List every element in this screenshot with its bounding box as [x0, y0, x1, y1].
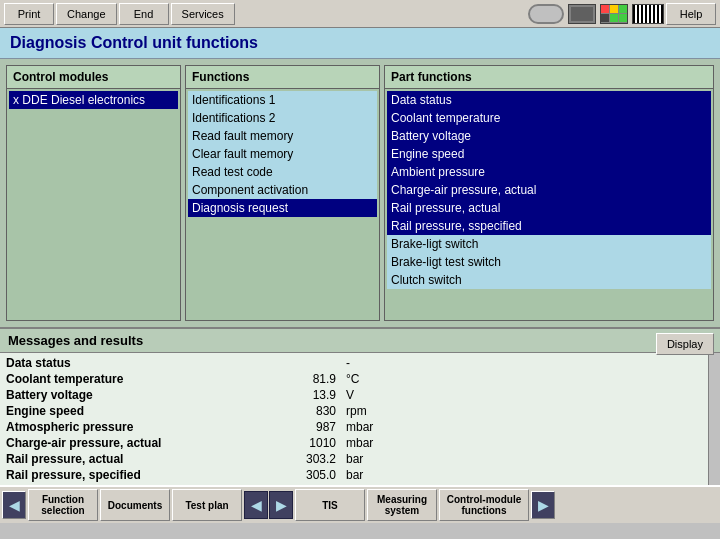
top-toolbar: Print Change End Services Help — [0, 0, 720, 28]
functions-header: Functions — [186, 66, 379, 89]
change-button[interactable]: Change — [56, 3, 117, 25]
function-item[interactable]: Clear fault memory — [188, 145, 377, 163]
messages-area: Messages and results Display Data status… — [0, 329, 720, 485]
message-row: Battery voltage13.9V — [6, 387, 702, 403]
part-function-item[interactable]: Brake-ligt switch — [387, 235, 711, 253]
scrollbar[interactable] — [708, 353, 720, 485]
message-row: Data status- — [6, 355, 702, 371]
message-row: Rail pressure, actual303.2bar — [6, 451, 702, 467]
services-button[interactable]: Services — [171, 3, 235, 25]
functions-panel: Functions Identifications 1Identificatio… — [185, 65, 380, 321]
function-item[interactable]: Read fault memory — [188, 127, 377, 145]
part-function-item[interactable]: Engine speed — [387, 145, 711, 163]
part-functions-header: Part functions — [385, 66, 713, 89]
message-row: Charge-air pressure, actual1010mbar — [6, 435, 702, 451]
help-button[interactable]: Help — [666, 3, 716, 25]
nav-pair: ◀ ▶ — [244, 491, 293, 519]
message-row: Rail pressure, specified305.0bar — [6, 467, 702, 483]
control-modules-list: x DDE Diesel electronics — [7, 89, 180, 320]
message-unit: bar — [346, 468, 426, 482]
page-title: Diagnosis Control unit functions — [10, 34, 710, 52]
message-label: Rail pressure, actual — [6, 452, 266, 466]
display-button[interactable]: Display — [656, 333, 714, 355]
functions-list: Identifications 1Identifications 2Read f… — [186, 89, 379, 320]
part-functions-panel: Part functions Data statusCoolant temper… — [384, 65, 714, 321]
prev-arrow-button[interactable]: ◀ — [244, 491, 268, 519]
messages-header: Messages and results Display — [0, 329, 720, 353]
indicator-grid-box — [600, 4, 628, 24]
toolbar-indicators — [528, 4, 664, 24]
measuring-system-button[interactable]: Measuring system — [367, 489, 437, 521]
message-label: Charge-air pressure, actual — [6, 436, 266, 450]
function-item[interactable]: Identifications 1 — [188, 91, 377, 109]
message-value: 1010 — [266, 436, 346, 450]
back-arrow-button[interactable]: ◀ — [2, 491, 26, 519]
message-unit: - — [346, 356, 426, 370]
message-value: 987 — [266, 420, 346, 434]
test-plan-button[interactable]: Test plan — [172, 489, 242, 521]
bottom-toolbar: ◀ Function selection Documents Test plan… — [0, 485, 720, 523]
indicator-box1 — [568, 4, 596, 24]
message-value: 830 — [266, 404, 346, 418]
message-row: Coolant temperature81.9°C — [6, 371, 702, 387]
message-value — [266, 356, 346, 370]
function-item[interactable]: Diagnosis request — [188, 199, 377, 217]
indicator-barcode — [632, 4, 664, 24]
part-function-item[interactable]: Charge-air pressure, actual — [387, 181, 711, 199]
part-function-item[interactable]: Brake-ligt test switch — [387, 253, 711, 271]
message-unit: V — [346, 388, 426, 402]
message-unit: bar — [346, 452, 426, 466]
messages-content: Data status-Coolant temperature81.9°CBat… — [0, 353, 720, 485]
messages-title: Messages and results — [8, 333, 143, 348]
message-label: Coolant temperature — [6, 372, 266, 386]
indicator-oval — [528, 4, 564, 24]
message-value: 13.9 — [266, 388, 346, 402]
part-function-item[interactable]: Data status — [387, 91, 711, 109]
next-arrow-button[interactable]: ▶ — [269, 491, 293, 519]
message-row: Engine speed830rpm — [6, 403, 702, 419]
message-label: Engine speed — [6, 404, 266, 418]
documents-button[interactable]: Documents — [100, 489, 170, 521]
messages-table: Data status-Coolant temperature81.9°CBat… — [0, 353, 708, 485]
part-function-item[interactable]: Rail pressure, actual — [387, 199, 711, 217]
message-row: Atmospheric pressure987mbar — [6, 419, 702, 435]
message-label: Rail pressure, specified — [6, 468, 266, 482]
part-function-item[interactable]: Rail pressure, sspecified — [387, 217, 711, 235]
part-functions-list: Data statusCoolant temperatureBattery vo… — [385, 89, 713, 320]
message-value: 303.2 — [266, 452, 346, 466]
tis-button[interactable]: TIS — [295, 489, 365, 521]
print-button[interactable]: Print — [4, 3, 54, 25]
part-function-item[interactable]: Coolant temperature — [387, 109, 711, 127]
message-unit: °C — [346, 372, 426, 386]
function-item[interactable]: Identifications 2 — [188, 109, 377, 127]
main-content: Control modules x DDE Diesel electronics… — [0, 59, 720, 329]
message-unit: mbar — [346, 436, 426, 450]
message-value: 305.0 — [266, 468, 346, 482]
message-unit: rpm — [346, 404, 426, 418]
function-item[interactable]: Read test code — [188, 163, 377, 181]
forward-arrow-button[interactable]: ▶ — [531, 491, 555, 519]
message-unit: mbar — [346, 420, 426, 434]
part-function-item[interactable]: Battery voltage — [387, 127, 711, 145]
control-modules-header: Control modules — [7, 66, 180, 89]
control-module-item[interactable]: x DDE Diesel electronics — [9, 91, 178, 109]
end-button[interactable]: End — [119, 3, 169, 25]
control-modules-panel: Control modules x DDE Diesel electronics — [6, 65, 181, 321]
message-value: 81.9 — [266, 372, 346, 386]
function-item[interactable]: Component activation — [188, 181, 377, 199]
control-module-functions-button[interactable]: Control-module functions — [439, 489, 529, 521]
part-function-item[interactable]: Ambient pressure — [387, 163, 711, 181]
message-label: Atmospheric pressure — [6, 420, 266, 434]
message-label: Battery voltage — [6, 388, 266, 402]
function-selection-button[interactable]: Function selection — [28, 489, 98, 521]
page-title-bar: Diagnosis Control unit functions — [0, 28, 720, 59]
message-label: Data status — [6, 356, 266, 370]
part-function-item[interactable]: Clutch switch — [387, 271, 711, 289]
